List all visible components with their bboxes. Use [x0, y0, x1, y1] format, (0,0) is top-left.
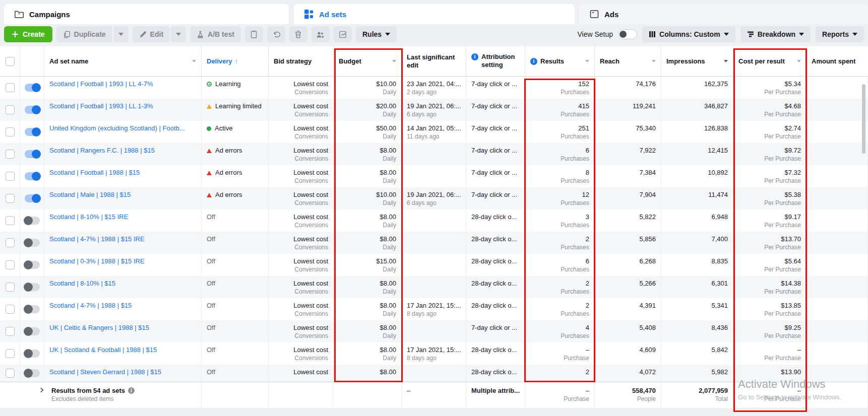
- clipboard-button[interactable]: [245, 26, 263, 42]
- ad-set-toggle[interactable]: [25, 150, 40, 158]
- results-summary-cell[interactable]: Results from 54 ad sets Excludes deleted…: [0, 382, 202, 408]
- ad-set-toggle[interactable]: [25, 217, 40, 225]
- ad-set-toggle[interactable]: [25, 128, 40, 136]
- table-row[interactable]: Scotland | 4-7% | 1988 | $15 IRE Off Low…: [0, 232, 868, 254]
- header-results[interactable]: Results: [525, 46, 595, 76]
- ad-set-name-link[interactable]: Scotland | Rangers F.C. | 1988 | $15: [49, 146, 196, 155]
- info-icon[interactable]: [128, 387, 135, 394]
- header-amount-spent[interactable]: Amount spent: [807, 46, 868, 76]
- duplicate-button[interactable]: Duplicate: [56, 26, 112, 42]
- audiences-button[interactable]: [312, 26, 330, 42]
- table-row[interactable]: Scotland | Steven Gerrard | 1988 | $15 O…: [0, 365, 868, 382]
- row-checkbox[interactable]: [6, 216, 15, 225]
- duplicate-dropdown-button[interactable]: [113, 26, 129, 42]
- header-delivery[interactable]: Delivery↑: [202, 46, 269, 76]
- ab-test-button[interactable]: A/B test: [190, 26, 241, 42]
- header-cost-per-result[interactable]: Cost per result: [733, 46, 807, 76]
- sort-caret-icon[interactable]: [392, 60, 396, 62]
- row-checkbox[interactable]: [6, 283, 15, 292]
- tab-ads[interactable]: Ads: [579, 4, 868, 24]
- ad-set-toggle[interactable]: [25, 305, 40, 313]
- reports-button[interactable]: Reports: [816, 26, 864, 42]
- row-checkbox[interactable]: [6, 83, 15, 92]
- ad-set-toggle[interactable]: [25, 172, 40, 180]
- ad-set-name-link[interactable]: Scotland | 4-7% | 1988 | $15 IRE: [49, 235, 196, 243]
- ad-set-toggle[interactable]: [25, 84, 40, 92]
- row-checkbox[interactable]: [6, 349, 15, 358]
- ad-set-toggle[interactable]: [25, 239, 40, 247]
- ad-set-name-link[interactable]: Scotland | Steven Gerrard | 1988 | $15: [49, 368, 196, 376]
- rules-button[interactable]: Rules: [356, 26, 397, 42]
- header-impressions[interactable]: Impressions: [661, 46, 733, 76]
- row-checkbox[interactable]: [6, 194, 15, 203]
- ad-set-toggle[interactable]: [25, 194, 40, 202]
- ad-set-name-link[interactable]: UK | Celtic & Rangers | 1988 | $15: [49, 323, 196, 332]
- ad-set-name-link[interactable]: Scotland | Football | 1988 | $15: [49, 168, 196, 177]
- table-row[interactable]: Scotland | 8-10% | $15 IRE Off Lowest co…: [0, 210, 868, 232]
- ad-set-name-link[interactable]: Scotland | 8-10% | $15 IRE: [49, 213, 196, 221]
- ad-set-toggle[interactable]: [25, 106, 40, 114]
- create-button[interactable]: Create: [4, 26, 52, 42]
- row-checkbox[interactable]: [6, 327, 15, 336]
- ad-set-toggle[interactable]: [25, 327, 40, 335]
- header-bid-strategy[interactable]: Bid strategy: [269, 46, 334, 76]
- ad-set-toggle[interactable]: [25, 261, 40, 269]
- table-row[interactable]: Scotland | 0-3% | 1988 | $15 IRE Off Low…: [0, 254, 868, 276]
- ad-set-name-link[interactable]: Scotland | 4-7% | 1988 | $15: [49, 301, 196, 310]
- row-checkbox[interactable]: [6, 172, 15, 181]
- breakdown-button[interactable]: Breakdown: [740, 26, 811, 42]
- header-budget[interactable]: Budget: [334, 46, 402, 76]
- ad-set-toggle[interactable]: [25, 283, 40, 291]
- ad-set-name-link[interactable]: Scotland | Male | 1988 | $15: [49, 190, 196, 199]
- table-row[interactable]: Scotland | 8-10% | $15 Off Lowest costCo…: [0, 276, 868, 298]
- edit-dropdown-button[interactable]: [171, 26, 186, 42]
- info-icon[interactable]: [530, 58, 537, 65]
- ad-set-toggle[interactable]: [25, 369, 40, 377]
- row-checkbox[interactable]: [6, 150, 15, 159]
- table-row[interactable]: United Kingdom (excluding Scotland) | Fo…: [0, 121, 868, 143]
- delete-button[interactable]: [289, 26, 307, 42]
- row-checkbox[interactable]: [6, 369, 15, 378]
- table-row[interactable]: UK | Celtic & Rangers | 1988 | $15 Off L…: [0, 320, 868, 342]
- sort-caret-icon[interactable]: [724, 60, 728, 62]
- toolbar-right: View Setup Columns: Custom Breakdown Rep…: [577, 26, 864, 42]
- ad-set-toggle[interactable]: [25, 350, 40, 358]
- edit-button[interactable]: Edit: [133, 26, 170, 42]
- sort-caret-icon[interactable]: [192, 60, 196, 62]
- row-checkbox[interactable]: [6, 238, 15, 247]
- sort-caret-icon[interactable]: [585, 60, 589, 62]
- undo-button[interactable]: [267, 26, 285, 42]
- table-row[interactable]: Scotland | 4-7% | 1988 | $15 Off Lowest …: [0, 298, 868, 320]
- select-all-checkbox[interactable]: [6, 57, 15, 66]
- export-chart-button[interactable]: [334, 26, 352, 42]
- header-attribution-setting[interactable]: Attribution setting: [466, 46, 525, 76]
- row-checkbox[interactable]: [6, 305, 15, 314]
- ad-set-name-link[interactable]: United Kingdom (excluding Scotland) | Fo…: [49, 124, 196, 132]
- expand-chevron-icon[interactable]: [39, 388, 44, 393]
- sort-caret-icon[interactable]: [797, 60, 801, 62]
- table-row[interactable]: Scotland | Male | 1988 | $15 Ad errors L…: [0, 187, 868, 210]
- table-row[interactable]: Scotland | Rangers F.C. | 1988 | $15 Ad …: [0, 143, 868, 165]
- tab-ad-sets[interactable]: Ad sets: [294, 4, 575, 24]
- row-checkbox[interactable]: [6, 105, 15, 114]
- header-ad-set-name[interactable]: Ad set name: [44, 46, 202, 76]
- columns-button[interactable]: Columns: Custom: [642, 26, 735, 42]
- table-row[interactable]: Scotland | Football | 1988 | $15 Ad erro…: [0, 165, 868, 187]
- row-checkbox[interactable]: [6, 260, 15, 269]
- header-reach[interactable]: Reach: [595, 46, 661, 76]
- view-setup-toggle[interactable]: [618, 29, 637, 39]
- table-row[interactable]: Scotland | Football | 1993 | LL 4-7% Lea…: [0, 77, 868, 99]
- table-row[interactable]: Scotland | Football | 1993 | LL 1-3% Lea…: [0, 99, 868, 121]
- row-checkbox[interactable]: [6, 127, 15, 136]
- sort-caret-icon[interactable]: [652, 60, 656, 62]
- ad-set-name-link[interactable]: Scotland | 0-3% | 1988 | $15 IRE: [49, 257, 196, 265]
- info-icon[interactable]: [471, 53, 478, 60]
- ad-set-name-link[interactable]: Scotland | Football | 1993 | LL 4-7%: [49, 80, 196, 88]
- ad-set-name-link[interactable]: Scotland | 8-10% | $15: [49, 279, 196, 288]
- ad-set-name-link[interactable]: Scotland | Football | 1993 | LL 1-3%: [49, 102, 196, 110]
- ad-set-name-link[interactable]: UK | Scotland & Football | 1988 | $15: [49, 345, 196, 354]
- table-row[interactable]: UK | Scotland & Football | 1988 | $15 Of…: [0, 342, 868, 365]
- vertical-scrollbar[interactable]: [862, 84, 865, 154]
- header-last-significant-edit[interactable]: Last significant edit: [402, 46, 466, 76]
- tab-campaigns[interactable]: Campaigns: [4, 4, 289, 24]
